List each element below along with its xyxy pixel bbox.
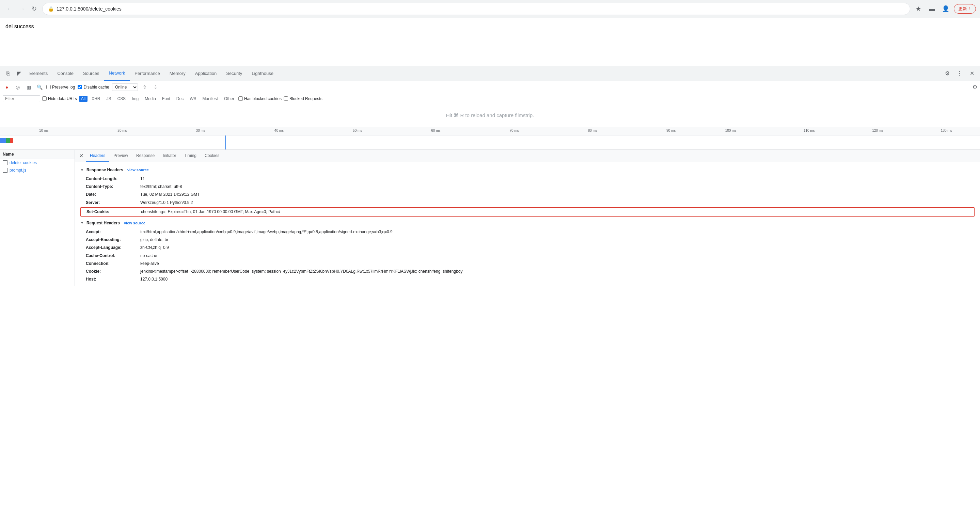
detail-tab-headers[interactable]: Headers [86, 150, 109, 162]
request-icon-doc [3, 161, 8, 165]
detail-close-button[interactable]: ✕ [76, 151, 86, 161]
record-button[interactable]: ● [3, 83, 11, 91]
request-headers-toggle: ▼ [80, 221, 84, 225]
header-name-date: Date: [86, 191, 140, 198]
filter-other[interactable]: Other [222, 95, 236, 102]
header-value-host: 127.0.0.1:5000 [140, 276, 167, 283]
update-button[interactable]: 更新！ [954, 4, 976, 14]
header-name-content-length: Content-Length: [86, 176, 140, 182]
has-blocked-cookies-label[interactable]: Has blocked cookies [239, 96, 282, 101]
preserve-log-label[interactable]: Preserve log [46, 85, 75, 89]
address-bar[interactable]: 🔒 127.0.0.1:5000/delete_cookies [42, 3, 910, 15]
filter-doc[interactable]: Doc [174, 95, 186, 102]
timeline-ruler: 10 ms 20 ms 30 ms 40 ms 50 ms 60 ms 70 m… [0, 127, 980, 135]
address-text: 127.0.0.1:5000/delete_cookies [57, 6, 904, 11]
marker-90ms: 90 ms [667, 129, 676, 132]
header-accept: Accept: text/html,application/xhtml+xml,… [80, 228, 975, 236]
marker-110ms: 110 ms [803, 129, 815, 132]
blocked-requests-label[interactable]: Blocked Requests [284, 96, 323, 101]
filter-all[interactable]: All [79, 95, 88, 102]
devtools-more-button[interactable]: ⋮ [954, 68, 965, 79]
header-name-accept: Accept: [86, 229, 140, 235]
filter-css[interactable]: CSS [115, 95, 128, 102]
requests-area: Name delete_cookies prompt.js ✕ Headers … [0, 150, 980, 286]
network-settings-button[interactable]: ⚙ [972, 84, 977, 90]
detail-tab-initiator[interactable]: Initiator [159, 150, 180, 162]
header-server: Server: Werkzeug/1.0.1 Python/3.9.2 [80, 199, 975, 207]
disable-cache-checkbox[interactable] [78, 85, 82, 89]
filter-input[interactable] [3, 95, 40, 102]
request-headers-section[interactable]: ▼ Request Headers view source [80, 221, 975, 225]
bookmark-button[interactable]: ★ [913, 3, 924, 14]
devtools-settings-button[interactable]: ⚙ [942, 68, 953, 79]
header-accept-encoding: Accept-Encoding: gzip, deflate, br [80, 236, 975, 244]
tab-memory[interactable]: Memory [165, 66, 190, 81]
name-column-header: Name [3, 152, 14, 157]
detail-tab-cookies[interactable]: Cookies [200, 150, 223, 162]
filter-img[interactable]: Img [130, 95, 141, 102]
filter-ws[interactable]: WS [188, 95, 198, 102]
header-value-set-cookie: chenshifeng=; Expires=Thu, 01-Jan-1970 0… [141, 209, 280, 215]
response-headers-toggle: ▼ [80, 168, 84, 172]
has-blocked-cookies-checkbox[interactable] [239, 96, 243, 101]
import-button[interactable]: ⇧ [141, 83, 149, 91]
marker-120ms: 120 ms [872, 129, 883, 132]
response-headers-section[interactable]: ▼ Response Headers view source [80, 167, 975, 172]
back-button[interactable]: ← [4, 3, 15, 14]
filter-js[interactable]: JS [104, 95, 113, 102]
header-name-content-type: Content-Type: [86, 183, 140, 190]
tab-network[interactable]: Network [104, 66, 130, 81]
browser-toolbar: ← → ↻ 🔒 127.0.0.1:5000/delete_cookies ★ … [0, 0, 980, 18]
tab-security[interactable]: Security [221, 66, 247, 81]
header-value-cache-control: no-cache [140, 253, 157, 259]
search-button[interactable]: 🔍 [35, 83, 44, 91]
throttle-select[interactable]: Online Fast 3G Slow 3G Offline [112, 83, 138, 91]
tab-application[interactable]: Application [190, 66, 222, 81]
marker-70ms: 70 ms [510, 129, 519, 132]
filter-font[interactable]: Font [160, 95, 172, 102]
tab-performance[interactable]: Performance [130, 66, 164, 81]
tab-lighthouse[interactable]: Lighthouse [247, 66, 278, 81]
blocked-requests-checkbox[interactable] [284, 96, 288, 101]
tab-console[interactable]: Console [52, 66, 78, 81]
filter-media[interactable]: Media [143, 95, 158, 102]
lock-icon: 🔒 [48, 6, 54, 11]
requests-list: Name delete_cookies prompt.js [0, 150, 75, 286]
marker-80ms: 80 ms [588, 129, 597, 132]
export-button[interactable]: ⇩ [151, 83, 160, 91]
devtools-close-button[interactable]: ✕ [966, 68, 977, 79]
reload-button[interactable]: ↻ [29, 3, 40, 14]
preserve-log-checkbox[interactable] [46, 85, 51, 89]
hide-data-urls-label[interactable]: Hide data URLs [42, 96, 77, 101]
filter-manifest[interactable]: Manifest [200, 95, 220, 102]
page-content: del success [0, 18, 980, 66]
devtools-tabbar: ⎘ ◤ Elements Console Sources Network Per… [0, 66, 980, 81]
filmstrip-message: Hit ⌘ R to reload and capture filmstrip. [0, 104, 980, 127]
device-toolbar-button[interactable]: ◤ [14, 68, 24, 79]
forward-button[interactable]: → [16, 3, 27, 14]
timeline-bar-blue [0, 138, 6, 143]
inspect-element-button[interactable]: ⎘ [3, 68, 14, 79]
hide-data-urls-checkbox[interactable] [42, 96, 47, 101]
profile-button[interactable]: 👤 [940, 3, 951, 14]
request-headers-view-source[interactable]: view source [124, 221, 145, 225]
request-item-prompt-js[interactable]: prompt.js [0, 167, 75, 174]
tab-sources[interactable]: Sources [78, 66, 104, 81]
filter-button[interactable]: ▦ [24, 83, 33, 91]
tab-elements[interactable]: Elements [24, 66, 52, 81]
clear-button[interactable]: ◎ [14, 83, 22, 91]
header-date: Date: Tue, 02 Mar 2021 14:29:12 GMT [80, 191, 975, 199]
filter-xhr[interactable]: XHR [89, 95, 102, 102]
filter-bar: Hide data URLs All XHR JS CSS Img Media … [0, 93, 980, 104]
marker-30ms: 30 ms [196, 129, 205, 132]
timeline-bar [0, 138, 13, 143]
detail-tab-timing[interactable]: Timing [180, 150, 200, 162]
detail-tab-response[interactable]: Response [132, 150, 159, 162]
disable-cache-label[interactable]: Disable cache [78, 85, 109, 89]
header-name-cache-control: Cache-Control: [86, 253, 140, 259]
extensions-button[interactable]: ▬ [926, 3, 937, 14]
header-name-host: Host: [86, 276, 140, 283]
detail-tab-preview[interactable]: Preview [109, 150, 132, 162]
response-headers-view-source[interactable]: view source [127, 168, 149, 172]
request-item-delete-cookies[interactable]: delete_cookies [0, 159, 75, 167]
